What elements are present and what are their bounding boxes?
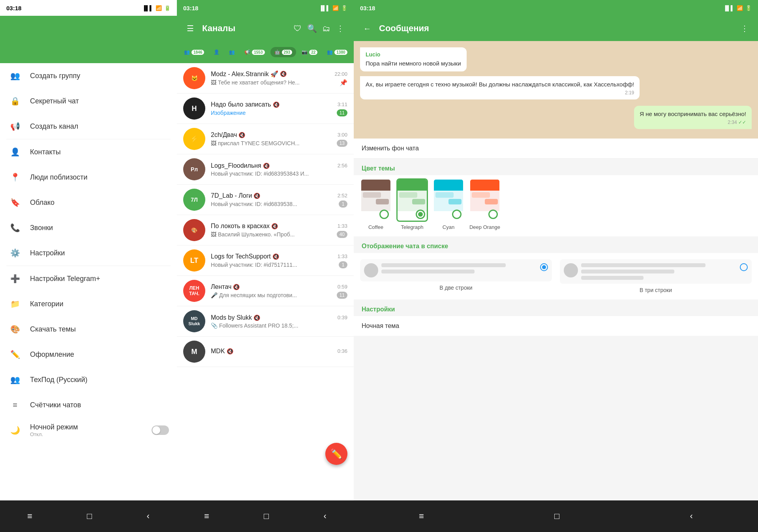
night-theme-item[interactable]: Ночная тема	[354, 316, 758, 336]
sidebar-item-design[interactable]: ✏️ Оформление	[0, 342, 177, 367]
mute-icon: 🔇	[263, 163, 270, 169]
sidebar-item-night-mode[interactable]: 🌙 Ночной режим Откл.	[0, 418, 177, 443]
sidebar-label-nearby: Люди поблизости	[30, 173, 88, 182]
mute-icon: 🔇	[273, 101, 280, 108]
chat-item[interactable]: ⚡ 2ch/Двач 🔇 3:00 🖼 прислал TYNEC SEMGOV…	[177, 124, 354, 154]
sidebar-item-chat-counter[interactable]: ≡ Счётчики чатов	[0, 392, 177, 418]
settings-more-button[interactable]: ⋮	[737, 21, 752, 36]
sidebar-item-contacts[interactable]: 👤 Контакты	[0, 139, 177, 165]
outgoing-time: 2:34 ✓✓	[640, 120, 746, 125]
location-icon: 📍	[8, 170, 22, 184]
chat-item[interactable]: MDSlukk Mods by Slukk 🔇 0:39 📎 Followers…	[177, 306, 354, 337]
chat-item[interactable]: M MDK 🔇 0:36	[177, 337, 354, 367]
chat-item[interactable]: ЛЕНТАЧ. Лентач 🔇 0:59 🎤 Для неспящих мы …	[177, 276, 354, 306]
nav-back-btn[interactable]: ‹	[682, 507, 701, 525]
style-three-lines[interactable]: В три строки	[560, 259, 752, 293]
pin-icon: 📌	[340, 79, 347, 86]
tab-groups[interactable]: 👥	[225, 47, 239, 57]
chat-preview: 📎 Followers Assistant PRO 18.5;...	[211, 322, 298, 329]
sidebar-item-tech-support[interactable]: 👥 ТехПод (Русский)	[0, 367, 177, 392]
sidebar-sublabel-night-mode: Откл.	[30, 431, 152, 437]
chat-item[interactable]: 🐱 Modz - Alex.Strannik 🚀 🔇 22:00 🖼 Тебе …	[177, 63, 354, 94]
nav-menu-btn[interactable]: ≡	[19, 507, 40, 525]
chat-name: Logs_Floodильня	[211, 162, 261, 169]
sidebar-item-calls[interactable]: 📞 Звонки	[0, 215, 177, 240]
change-bg-button[interactable]: Изменить фон чата	[354, 139, 758, 159]
theme-cyan[interactable]: Cyan	[433, 178, 464, 230]
mute-icon: 🔇	[280, 71, 287, 77]
nav-home-btn[interactable]: □	[546, 507, 567, 525]
change-bg-label: Изменить фон чата	[362, 145, 419, 152]
preview-lines-1	[381, 263, 537, 273]
style-two-lines[interactable]: В две строки	[360, 259, 552, 293]
night-mode-toggle[interactable]	[152, 425, 169, 435]
settings-bottom-nav: ≡ □ ‹	[354, 500, 758, 532]
sidebar-label-night-mode: Ночной режим	[30, 423, 152, 431]
folder-button[interactable]: 🗂	[319, 21, 333, 36]
chat-content: Modz - Alex.Strannik 🚀 🔇 22:00 🖼 Тебе не…	[211, 70, 347, 86]
line-1	[381, 263, 506, 267]
nav-back-btn[interactable]: ‹	[139, 507, 158, 525]
chat-name: 7D_Lab - Логи	[211, 192, 252, 199]
outgoing-bubble: Я не могу воспринимать вас серьёзно! 2:3…	[634, 106, 752, 129]
chatlist-status-icons: ▐▌▌ 📶 🔋	[319, 5, 347, 11]
sidebar-item-create-group[interactable]: 👥 Создать группу	[0, 63, 177, 88]
tab-channels[interactable]: 📢1553	[240, 47, 268, 57]
sidebar-item-secret-chat[interactable]: 🔒 Секретный чат	[0, 88, 177, 114]
sidebar-item-cloud[interactable]: 🔖 Облако	[0, 190, 177, 215]
chat-badge: 1	[339, 261, 347, 268]
nav-menu-btn[interactable]: ≡	[196, 507, 217, 525]
message-sender: Lucio	[366, 51, 461, 58]
sidebar-item-telegram-plus[interactable]: ➕ Настройки Telegram+	[0, 266, 177, 291]
chat-name: Надо было записать	[211, 101, 271, 108]
compose-button[interactable]: ✏️	[325, 443, 347, 465]
tab-all[interactable]: 👥1846	[180, 47, 208, 57]
three-lines-preview	[560, 259, 752, 284]
theme-section-title: Цвет темы	[354, 159, 758, 175]
sidebar-label-contacts: Контакты	[30, 148, 61, 156]
chat-item[interactable]: Н Надо было записать 🔇 3:11 Изображение …	[177, 94, 354, 124]
chat-time: 2:52	[338, 193, 347, 199]
theme-deep-orange[interactable]: Deep Orange	[469, 178, 501, 230]
chat-name: 2ch/Двач	[211, 131, 237, 139]
chat-preview: 🖼 Василий Шульженко. «Проб...	[211, 231, 295, 238]
menu-button[interactable]: ☰	[183, 21, 197, 36]
more-button[interactable]: ⋮	[333, 21, 347, 36]
mute-icon: 🔇	[271, 223, 278, 229]
chat-item[interactable]: 🎨 По локоть в красках 🔇 1:33 🖼 Василий Ш…	[177, 215, 354, 245]
theme-telegraph[interactable]: Telegraph	[396, 178, 428, 230]
chat-avatar: LT	[183, 249, 205, 272]
nav-menu-btn[interactable]: ≡	[411, 507, 432, 525]
sidebar-item-nearby[interactable]: 📍 Люди поблизости	[0, 165, 177, 190]
deep-orange-label: Deep Orange	[469, 224, 500, 230]
chatlist-signal-icon: ▐▌▌	[319, 5, 330, 11]
theme-coffee[interactable]: Coffee	[360, 178, 392, 230]
chatlist-header: ☰ Каналы 🛡 🔍 🗂 ⋮	[177, 16, 354, 41]
chat-item[interactable]: LT Logs for TechSupport 🔇 1:33 Новый уча…	[177, 245, 354, 276]
tab-bots[interactable]: 🤖293	[270, 47, 296, 57]
chat-content: Logs for TechSupport 🔇 1:33 Новый участн…	[211, 253, 347, 268]
chat-avatar: Н	[183, 97, 205, 120]
sidebar-item-download-themes[interactable]: 🎨 Скачать темы	[0, 317, 177, 342]
nav-home-btn[interactable]: □	[79, 507, 100, 525]
sidebar-item-create-channel[interactable]: 📢 Создать канал	[0, 114, 177, 139]
chat-time: 1:33	[338, 223, 347, 229]
sidebar-item-settings[interactable]: ⚙️ Настройки	[0, 240, 177, 266]
chat-content: Mods by Slukk 🔇 0:39 📎 Followers Assista…	[211, 314, 347, 329]
chat-preview-area: Lucio Пора найти немного новой музыки Ах…	[354, 41, 758, 139]
tab-users[interactable]: 👤	[210, 47, 223, 57]
deep-orange-radio	[488, 210, 498, 219]
search-button[interactable]: 🔍	[305, 21, 319, 36]
sidebar-item-categories[interactable]: 📁 Категории	[0, 291, 177, 317]
tab-other[interactable]: 👥1380	[323, 47, 351, 57]
plus-icon: ➕	[8, 272, 22, 286]
chat-list: 🐱 Modz - Alex.Strannik 🚀 🔇 22:00 🖼 Тебе …	[177, 63, 354, 500]
chat-item[interactable]: 7Л 7D_Lab - Логи 🔇 2:52 Новый участник: …	[177, 185, 354, 215]
back-button[interactable]: ←	[360, 21, 374, 36]
nav-back-btn[interactable]: ‹	[316, 507, 334, 525]
chat-item[interactable]: Рл Logs_Floodильня 🔇 2:56 Новый участник…	[177, 154, 354, 185]
chatlist-battery-icon: 🔋	[341, 5, 347, 11]
message-text-2: Ах, вы играете сегодня с техно музыкой! …	[366, 80, 634, 88]
tab-camera[interactable]: 📷22	[298, 47, 321, 57]
nav-home-btn[interactable]: □	[256, 507, 277, 525]
